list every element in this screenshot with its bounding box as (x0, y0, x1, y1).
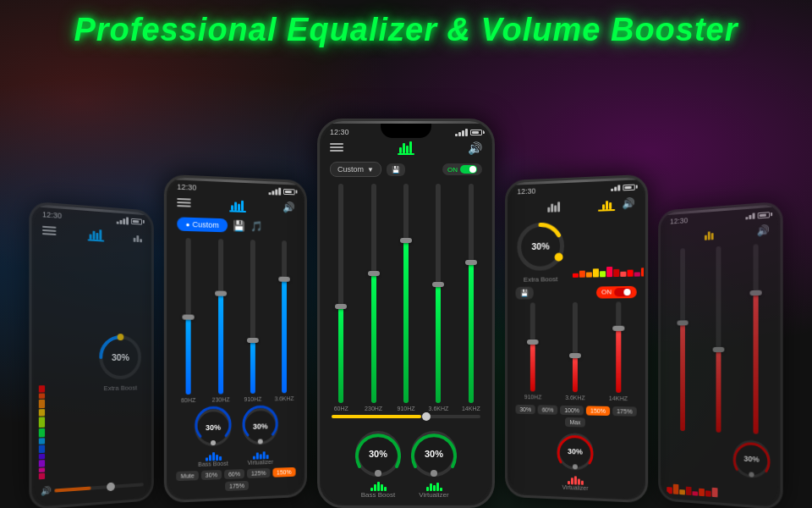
battery-right (623, 184, 634, 190)
label-230hz-center: 230HZ (365, 406, 382, 411)
slider-col-2-far-right (702, 246, 735, 433)
svg-point-7 (375, 470, 381, 477)
toggle-switch-right[interactable] (614, 287, 631, 295)
menu-icon-left[interactable] (177, 198, 190, 209)
eq-tab-right[interactable] (547, 200, 560, 212)
signal-center (455, 129, 468, 136)
eq-area-far-right (662, 240, 779, 435)
eq-tab-far-left[interactable] (90, 227, 102, 240)
notch-center (381, 121, 431, 138)
slider-col-60hz-center: 60HZ (326, 184, 355, 411)
custom-btn-left[interactable]: ● Custom (177, 217, 228, 232)
eq-tab-center[interactable] (399, 141, 412, 153)
label-14khz-right: 14KHZ (609, 395, 628, 401)
menu-icon-far-left[interactable] (42, 226, 56, 237)
boost-knob-far-left[interactable]: 30% (96, 332, 144, 383)
slider-230hz-center[interactable] (371, 184, 376, 403)
on-toggle-right[interactable]: ON (596, 285, 637, 298)
bass-boost-knob-left[interactable]: 30% (192, 406, 234, 450)
btn-100-right[interactable]: 100% (560, 406, 584, 416)
knob-far-right: 30% (730, 436, 773, 501)
knob-far-right-percent: 30% (743, 455, 759, 464)
slider-910hz-center[interactable] (403, 184, 409, 403)
preset-icon-left[interactable]: 🎵 (250, 220, 263, 232)
volume-tab-left[interactable]: 🔊 (283, 202, 294, 213)
time-left: 12:30 (177, 183, 196, 192)
virtualizer-knob-center[interactable]: 30% (409, 428, 459, 479)
slider-36khz-right[interactable] (573, 302, 578, 392)
boost-knob-right[interactable]: 30% (514, 218, 568, 273)
bass-percent-left: 30% (206, 423, 221, 433)
slider-910hz-left[interactable] (250, 240, 255, 394)
slider-col-230hz-left: 230HZ (206, 239, 235, 403)
slider-230hz-left[interactable] (218, 239, 223, 394)
phone-center: 12:30 (317, 119, 495, 508)
btn-30-left[interactable]: 30% (201, 470, 222, 480)
vol-track-far-left[interactable] (54, 483, 143, 492)
bottom-far-right: 30% (662, 430, 779, 505)
custom-dropdown-center[interactable]: Custom ▼ (330, 162, 381, 177)
tab-indicator-far-left (87, 239, 104, 241)
nav-bar-center: 🔊 (321, 138, 491, 158)
virt-knob-right[interactable]: 30% (554, 430, 596, 474)
btn-150-left[interactable]: 150% (272, 467, 295, 478)
slider-col-1-far-right (667, 247, 699, 432)
slider-col-60hz-left: 60HZ (173, 238, 203, 404)
slider-14khz-right-col: 14KHZ (598, 301, 639, 401)
slider-2-far-right[interactable] (716, 246, 721, 433)
btn-60-right[interactable]: 60% (538, 405, 558, 414)
vol-track-center[interactable] (332, 415, 480, 418)
on-toggle-center[interactable]: ON (442, 163, 482, 175)
knob-far-right-main[interactable]: 30% (730, 436, 773, 482)
vol-row-far-left: 🔊 (41, 479, 144, 496)
boost-area-far-left: 30% Extra Boost (95, 248, 145, 476)
save-btn-center[interactable]: 💾 (387, 163, 405, 176)
volume-tab-center[interactable]: 🔊 (468, 141, 482, 155)
boost-percent-far-left: 30% (112, 352, 129, 362)
slider-3-far-right[interactable] (754, 244, 759, 433)
vol-tab-right[interactable] (601, 197, 611, 210)
slider-910hz-right[interactable] (530, 302, 535, 391)
volume-tab-far-left[interactable] (134, 232, 142, 242)
btn-175-left[interactable]: 175% (225, 481, 249, 491)
app-title: Professional Equalizer & Volume Booster (0, 12, 812, 48)
bottom-right: 30% 60% 100% 150% 175% Max (509, 401, 644, 499)
time-center: 12:30 (330, 128, 349, 136)
svg-point-9 (431, 470, 437, 477)
virtualizer-left: 30% Virtualizer (239, 405, 281, 466)
virt-bars-right (567, 474, 583, 485)
vol-tab-far-right[interactable] (705, 228, 714, 240)
label-36khz-center: 3.6KHZ (429, 406, 449, 411)
slider-60hz-center[interactable] (338, 184, 343, 403)
slider-60hz-left[interactable] (186, 238, 191, 395)
menu-icon-center[interactable] (330, 143, 343, 153)
label-60hz-center: 60HZ (334, 406, 348, 411)
save-icon-left[interactable]: 💾 (233, 220, 245, 232)
virt-percent-center: 30% (425, 449, 443, 459)
slider-36khz-center[interactable] (436, 184, 441, 403)
slider-14khz-right[interactable] (616, 301, 621, 393)
signal-left (269, 187, 282, 196)
btn-max-right[interactable]: Max (565, 417, 584, 428)
tab-indicator-center (398, 153, 414, 155)
btn-60-left[interactable]: 60% (224, 469, 244, 479)
slider-col-910hz-center: 910HZ (392, 184, 420, 411)
btn-mute-left[interactable]: Mute (177, 471, 199, 481)
btn-30-right[interactable]: 30% (516, 405, 535, 414)
save-btn-right[interactable]: 💾 (515, 287, 533, 300)
bass-percent-center: 30% (369, 449, 387, 459)
slider-14khz-center[interactable] (469, 184, 474, 403)
virtualizer-knob-left[interactable]: 30% (239, 405, 281, 448)
slider-36khz-left[interactable] (282, 240, 287, 393)
btn-150-right[interactable]: 150% (586, 406, 610, 416)
on-label-right: ON (601, 288, 612, 295)
toggle-switch-center[interactable] (460, 165, 477, 174)
bass-boost-knob-center[interactable]: 30% (353, 428, 403, 479)
eq-tab-left[interactable] (231, 198, 244, 211)
bottom-left: 30% Bass Boost (168, 401, 303, 499)
slider-1-far-right[interactable] (680, 248, 685, 431)
bass-bars-center (370, 481, 387, 491)
btn-175-right[interactable]: 175% (612, 406, 637, 417)
btn-125-left[interactable]: 125% (247, 468, 270, 478)
sliders-center: 60HZ 230HZ 910HZ (326, 184, 486, 411)
